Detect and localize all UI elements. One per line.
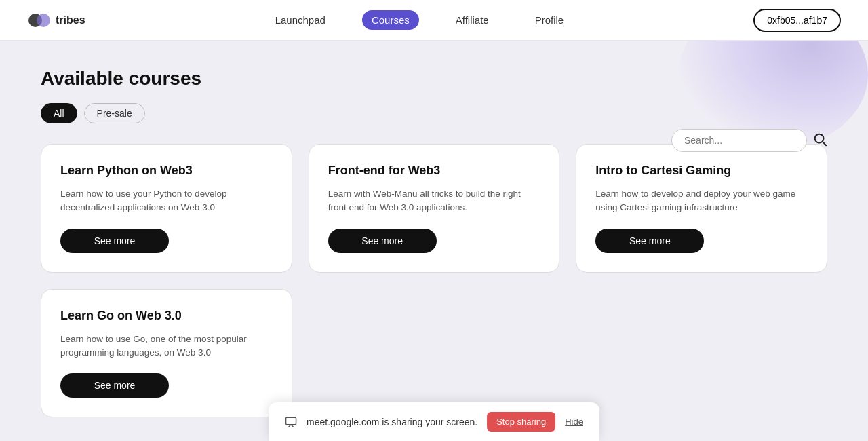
course-card-3: Intro to Cartesi Gaming Learn how to dev… [576,144,827,273]
logo-text: tribes [56,14,85,26]
svg-point-1 [37,14,50,27]
see-more-button-1[interactable]: See more [60,229,169,253]
hide-button[interactable]: Hide [565,417,583,427]
page-title: Available courses [41,68,827,90]
see-more-button-2[interactable]: See more [328,229,437,253]
navbar: tribes Launchpad Courses Affiliate Profi… [0,0,868,41]
share-icon [285,416,297,428]
course-desc-2: Learn with Web-Manu all tricks to build … [328,187,540,215]
wallet-button[interactable]: 0xfb05...af1b7 [753,9,841,32]
course-card-4: Learn Go on Web 3.0 Learn how to use Go,… [41,289,292,418]
course-title-1: Learn Python on Web3 [60,164,273,178]
logo-icon [27,8,52,33]
course-title-2: Front-end for Web3 [328,164,540,178]
search-icon [812,132,827,147]
search-input[interactable] [671,129,807,152]
course-card-2: Front-end for Web3 Learn with Web-Manu a… [309,144,560,273]
course-desc-1: Learn how to use your Python to develop … [60,187,273,215]
course-grid-row1: Learn Python on Web3 Learn how to use yo… [41,144,827,273]
search-area [671,129,827,152]
nav-link-profile[interactable]: Profile [526,10,574,30]
see-more-button-4[interactable]: See more [60,373,169,398]
nav-link-courses[interactable]: Courses [362,10,419,30]
course-card-1: Learn Python on Web3 Learn how to use yo… [41,144,292,273]
svg-line-3 [823,142,826,145]
see-more-button-3[interactable]: See more [595,229,704,253]
course-title-3: Intro to Cartesi Gaming [595,164,808,178]
nav-links: Launchpad Courses Affiliate Profile [266,10,574,30]
course-title-4: Learn Go on Web 3.0 [60,309,273,323]
nav-link-affiliate[interactable]: Affiliate [446,10,498,30]
screen-share-banner: meet.google.com is sharing your screen. … [269,402,599,441]
main-content: Available courses All Pre-sale Learn Pyt… [0,41,868,441]
share-message: meet.google.com is sharing your screen. [307,417,477,427]
logo[interactable]: tribes [27,8,85,33]
course-grid-row2: Learn Go on Web 3.0 Learn how to use Go,… [41,289,827,418]
filter-all[interactable]: All [41,103,77,123]
filter-row: All Pre-sale [41,103,827,123]
course-desc-4: Learn how to use Go, one of the most pop… [60,332,273,360]
filter-presale[interactable]: Pre-sale [84,103,145,123]
search-button[interactable] [812,132,827,150]
stop-sharing-button[interactable]: Stop sharing [487,412,555,432]
nav-link-launchpad[interactable]: Launchpad [266,10,335,30]
svg-rect-4 [286,417,296,425]
course-desc-3: Learn how to develop and deploy your web… [595,187,808,215]
